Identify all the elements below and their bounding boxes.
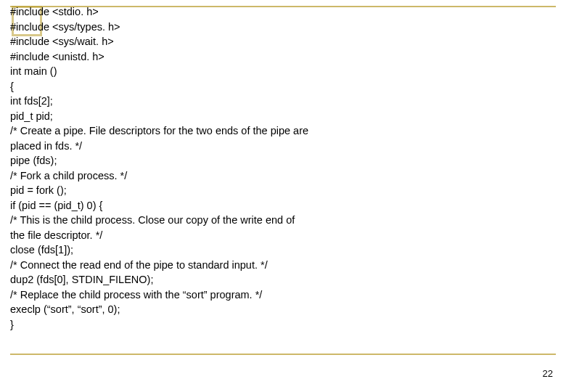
code-line: pid_t pid;	[10, 109, 556, 124]
code-line: execlp (“sort”, “sort”, 0);	[10, 302, 556, 317]
code-line: /* Replace the child process with the “s…	[10, 287, 556, 303]
code-line: /* Fork a child process. */	[10, 168, 556, 184]
code-line: close (fds[1]);	[10, 242, 556, 258]
code-line: #include <stdio. h>	[10, 4, 556, 20]
code-line: /* Connect the read end of the pipe to s…	[10, 258, 556, 273]
code-line: int main ()	[10, 64, 556, 79]
code-line: /* Create a pipe. File descriptors for t…	[10, 123, 556, 139]
code-line: if (pid == (pid_t) 0) {	[10, 198, 556, 213]
code-line: pipe (fds);	[10, 153, 556, 168]
page-number: 22	[543, 368, 553, 379]
code-line: placed in fds. */	[10, 139, 556, 154]
code-block: #include <stdio. h> #include <sys/types.…	[10, 4, 556, 332]
code-line: /* This is the child process. Close our …	[10, 213, 556, 228]
code-line: int fds[2];	[10, 94, 556, 109]
code-line: }	[10, 317, 556, 332]
code-line: dup2 (fds[0], STDIN_FILENO);	[10, 272, 556, 287]
code-line: #include <unistd. h>	[10, 49, 556, 65]
slide: #include <stdio. h> #include <sys/types.…	[0, 0, 566, 392]
code-line: #include <sys/types. h>	[10, 20, 556, 35]
code-line: pid = fork ();	[10, 183, 556, 198]
bottom-rule	[10, 354, 556, 355]
code-line: {	[10, 79, 556, 94]
code-line: #include <sys/wait. h>	[10, 34, 556, 49]
code-line: the file descriptor. */	[10, 228, 556, 243]
